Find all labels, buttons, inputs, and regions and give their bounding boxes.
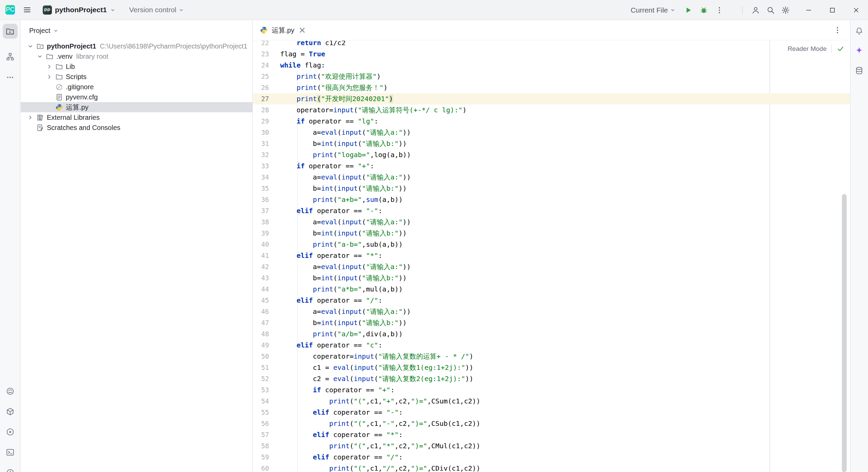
- code-line[interactable]: 45 elif operator == "/":: [253, 295, 850, 306]
- python-packages-button[interactable]: [3, 404, 18, 419]
- code-line[interactable]: 31 b=int(input("请输入b:")): [253, 138, 850, 149]
- main-menu-button[interactable]: [20, 3, 34, 17]
- run-config-selector[interactable]: Current File: [631, 6, 676, 14]
- project-selector[interactable]: PP pythonProject1: [43, 5, 116, 15]
- code-line[interactable]: 54 print("(",c1,"+",c2,")=",CSum(c1,c2)): [253, 396, 850, 407]
- scrollbar-thumb[interactable]: [842, 194, 847, 472]
- line-number[interactable]: 52: [253, 373, 280, 384]
- code-line[interactable]: 58 print("(",c1,"*",c2,")=",CMul(c1,c2)): [253, 440, 850, 452]
- line-number[interactable]: 50: [253, 351, 280, 362]
- maximize-button[interactable]: [821, 0, 844, 20]
- tree-item[interactable]: .gitignore: [21, 82, 252, 92]
- version-control-selector[interactable]: Version control: [129, 6, 184, 14]
- editor-tab[interactable]: 运算.py: [253, 20, 313, 40]
- line-number[interactable]: 34: [253, 172, 280, 183]
- line-number[interactable]: 41: [253, 250, 280, 261]
- tree-item[interactable]: External Libraries: [21, 112, 252, 122]
- line-number[interactable]: 28: [253, 105, 280, 116]
- line-number[interactable]: 35: [253, 183, 280, 194]
- code-line[interactable]: 25 print("欢迎使用计算器"): [253, 71, 850, 82]
- code-line[interactable]: 24while flag:: [253, 60, 850, 71]
- tree-item[interactable]: pythonProject1C:\Users\86198\PycharmProj…: [21, 41, 252, 51]
- line-number[interactable]: 31: [253, 138, 280, 149]
- terminal-button[interactable]: [3, 445, 18, 460]
- line-number[interactable]: 39: [253, 228, 280, 239]
- code-line[interactable]: 51 c1 = eval(input("请输入复数1(eg:1+2j):")): [253, 362, 850, 373]
- line-number[interactable]: 46: [253, 306, 280, 317]
- code-line[interactable]: 44 print("a*b=",mul(a,b)): [253, 284, 850, 295]
- tree-item[interactable]: Lib: [21, 61, 252, 72]
- tree-item[interactable]: Scripts: [21, 72, 252, 82]
- line-number[interactable]: 55: [253, 407, 280, 418]
- code-with-me-button[interactable]: [749, 4, 762, 17]
- inspections-ok-icon[interactable]: [836, 45, 845, 53]
- line-number[interactable]: 33: [253, 161, 280, 172]
- line-number[interactable]: 29: [253, 116, 280, 127]
- code-line[interactable]: 37 elif operator == "-":: [253, 205, 850, 216]
- code-line[interactable]: 60 print("(",c1,"/",c2,")=",CDiv(c1,c2)): [253, 463, 850, 472]
- line-number[interactable]: 30: [253, 127, 280, 138]
- code-line[interactable]: 55 elif coperator == "-":: [253, 407, 850, 418]
- more-actions-button[interactable]: [713, 4, 726, 17]
- code-line[interactable]: 22 return c1/c2: [253, 41, 850, 49]
- line-number[interactable]: 25: [253, 71, 280, 82]
- line-number[interactable]: 32: [253, 149, 280, 161]
- code-line[interactable]: 39 b=int(input("请输入b:")): [253, 228, 850, 239]
- code-line[interactable]: 33 if operator == "+":: [253, 161, 850, 172]
- code-line[interactable]: 35 b=int(input("请输入b:")): [253, 183, 850, 194]
- code-line[interactable]: 32 print("logab=",log(a,b)): [253, 149, 850, 161]
- line-number[interactable]: 42: [253, 261, 280, 272]
- code-line[interactable]: 50 coperator=input("请输入复数的运算+ - * /"): [253, 351, 850, 362]
- code-line[interactable]: 40 print("a-b=",sub(a,b)): [253, 239, 850, 250]
- line-number[interactable]: 22: [253, 41, 280, 49]
- tree-item[interactable]: pyvenv.cfg: [21, 92, 252, 102]
- tab-options-button[interactable]: [833, 20, 842, 40]
- code-line[interactable]: 56 print("(",c1,"-",c2,")=",CSub(c1,c2)): [253, 418, 850, 429]
- search-everywhere-button[interactable]: [764, 4, 777, 17]
- line-number[interactable]: 57: [253, 429, 280, 440]
- python-console-button[interactable]: [3, 384, 18, 399]
- debug-button[interactable]: [697, 4, 710, 17]
- history-button[interactable]: [3, 465, 18, 472]
- code-line[interactable]: 52 c2 = eval(input("请输入复数2(eg:1+2j):")): [253, 373, 850, 384]
- code-line[interactable]: 53 if coperator == "+":: [253, 384, 850, 396]
- chevron-right-icon[interactable]: [26, 113, 35, 122]
- line-number[interactable]: 40: [253, 239, 280, 250]
- line-number[interactable]: 59: [253, 452, 280, 463]
- reader-mode-label[interactable]: Reader Mode: [788, 45, 827, 53]
- line-number[interactable]: 48: [253, 328, 280, 340]
- line-number[interactable]: 56: [253, 418, 280, 429]
- chevron-right-icon[interactable]: [45, 72, 54, 81]
- more-toolwindows-button[interactable]: [3, 70, 18, 85]
- code-line[interactable]: 27 print("开发时间20240201"): [253, 93, 850, 105]
- chevron-right-icon[interactable]: [45, 62, 54, 71]
- minimize-button[interactable]: [797, 0, 821, 20]
- line-number[interactable]: 27: [253, 93, 280, 105]
- code-line[interactable]: 30 a=eval(input("请输入a:")): [253, 127, 850, 138]
- line-number[interactable]: 23: [253, 49, 280, 60]
- line-number[interactable]: 47: [253, 317, 280, 328]
- line-number[interactable]: 58: [253, 440, 280, 452]
- line-number[interactable]: 45: [253, 295, 280, 306]
- line-number[interactable]: 53: [253, 384, 280, 396]
- line-number[interactable]: 43: [253, 272, 280, 284]
- code-line[interactable]: 41 elif operator == "*":: [253, 250, 850, 261]
- project-panel-header[interactable]: Project: [21, 20, 252, 41]
- ai-assistant-button[interactable]: [852, 43, 866, 58]
- tab-close-icon[interactable]: [298, 26, 306, 34]
- line-number[interactable]: 51: [253, 362, 280, 373]
- line-number[interactable]: 60: [253, 463, 280, 472]
- code-line[interactable]: 29 if operator == "lg":: [253, 116, 850, 127]
- code-line[interactable]: 36 print("a+b=",sum(a,b)): [253, 194, 850, 205]
- code-line[interactable]: 46 a=eval(input("请输入a:")): [253, 306, 850, 317]
- editor-body[interactable]: 22 return c1/c223flag = True24while flag…: [253, 41, 850, 472]
- tree-item[interactable]: Scratches and Consoles: [21, 122, 252, 133]
- settings-button[interactable]: [779, 4, 792, 17]
- line-number[interactable]: 26: [253, 82, 280, 93]
- code-line[interactable]: 42 a=eval(input("请输入a:")): [253, 261, 850, 272]
- code-line[interactable]: 23flag = True: [253, 49, 850, 60]
- code-line[interactable]: 26 print("很高兴为您服务！"): [253, 82, 850, 93]
- run-button[interactable]: [682, 4, 695, 17]
- project-toolwindow-button[interactable]: [3, 24, 18, 39]
- code-line[interactable]: 34 a=eval(input("请输入a:")): [253, 172, 850, 183]
